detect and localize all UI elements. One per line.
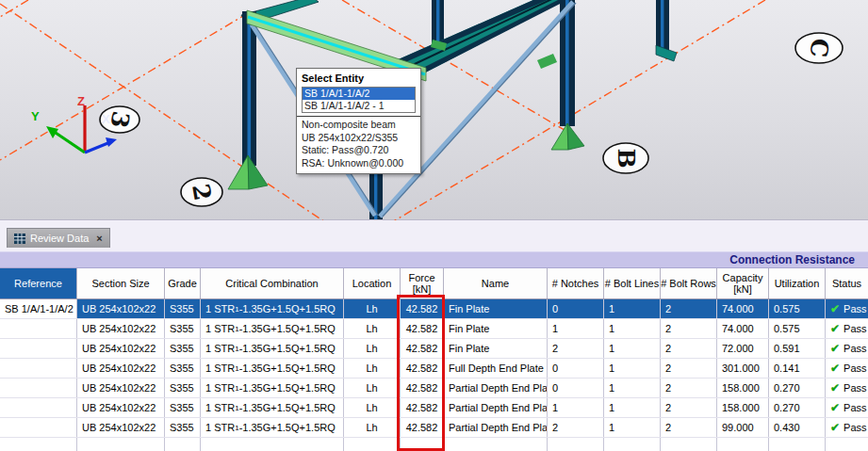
cell-status[interactable]	[826, 438, 868, 451]
cell-grade[interactable]: S355	[165, 319, 201, 338]
cell-capacity[interactable]: 158.000	[717, 398, 769, 417]
cell-capacity[interactable]: 72.000	[717, 339, 769, 358]
cell-section-size[interactable]	[77, 438, 165, 451]
cell-section-size[interactable]: UB 254x102x22	[77, 418, 165, 437]
cell-location[interactable]	[344, 438, 401, 451]
cell-section-size[interactable]: UB 254x102x22	[77, 379, 165, 397]
cell-capacity[interactable]: 74.000	[717, 319, 769, 338]
cell-bolt-lines[interactable]: 1	[604, 299, 661, 318]
table-row[interactable]	[0, 438, 868, 451]
cell-name[interactable]: Fin Plate	[444, 299, 548, 318]
cell-critical-combination[interactable]: 1 STR1-1.35G+1.5Q+1.5RQ	[201, 379, 344, 397]
cell-section-size[interactable]: UB 254x102x22	[77, 319, 165, 338]
cell-section-size[interactable]: UB 254x102x22	[77, 359, 165, 378]
table-row[interactable]: UB 254x102x22 S355 1 STR1-1.35G+1.5Q+1.5…	[0, 339, 868, 359]
cell-force[interactable]: 42.582	[401, 299, 444, 318]
grid-bubble-C[interactable]: C	[795, 33, 843, 63]
cell-capacity[interactable]: 301.000	[717, 359, 769, 378]
cell-reference[interactable]	[0, 379, 77, 397]
entity-list-item[interactable]: SB 1/A/1-1/A/2	[303, 88, 415, 100]
cell-capacity[interactable]: 158.000	[717, 379, 769, 397]
cell-name[interactable]: Fin Plate	[444, 319, 548, 338]
cell-location[interactable]: Lh	[344, 359, 401, 378]
cell-force[interactable]: 42.582	[401, 398, 444, 417]
cell-force[interactable]: 42.582	[401, 319, 444, 338]
cell-bolt-rows[interactable]: 2	[661, 339, 717, 358]
grid-bubble-2[interactable]: 2	[181, 178, 222, 206]
cell-grade[interactable]: S355	[165, 359, 201, 378]
col-header-bolt-rows[interactable]: # Bolt Rows	[661, 268, 717, 298]
col-header-force[interactable]: Force [kN]	[401, 268, 444, 298]
cell-grade[interactable]: S355	[165, 299, 201, 318]
cell-location[interactable]: Lh	[344, 379, 401, 397]
cell-bolt-rows[interactable]: 2	[661, 398, 717, 417]
cell-bolt-lines[interactable]: 1	[604, 319, 661, 338]
entity-list-item[interactable]: SB 1/A/1-1/A/2 - 1	[303, 100, 415, 112]
col-header-reference[interactable]: Reference	[0, 268, 77, 298]
cell-status[interactable]: ✔Pass	[826, 418, 868, 437]
col-header-capacity[interactable]: Capacity [kN]	[717, 268, 769, 298]
cell-critical-combination[interactable]: 1 STR1-1.35G+1.5Q+1.5RQ	[201, 359, 344, 378]
table-row[interactable]: UB 254x102x22 S355 1 STR1-1.35G+1.5Q+1.5…	[0, 418, 868, 438]
cell-bolt-lines[interactable]: 1	[604, 359, 661, 378]
steel-column[interactable]	[656, 0, 669, 53]
cell-notches[interactable]: 0	[548, 379, 604, 397]
cell-utilization[interactable]: 0.430	[769, 418, 826, 437]
table-row[interactable]: SB 1/A/1-1/A/2 UB 254x102x22 S355 1 STR1…	[0, 299, 868, 319]
cell-bolt-rows[interactable]	[661, 438, 717, 451]
col-header-name[interactable]: Name	[444, 268, 548, 298]
cell-section-size[interactable]: UB 254x102x22	[77, 299, 165, 318]
cell-name[interactable]	[444, 438, 548, 451]
cell-status[interactable]: ✔Pass	[826, 379, 868, 397]
model-3d-viewport[interactable]: Z Y X	[0, 0, 868, 220]
cell-section-size[interactable]: UB 254x102x22	[77, 339, 165, 358]
tab-review-data[interactable]: Review Data ×	[7, 228, 110, 248]
cell-reference[interactable]: SB 1/A/1-1/A/2	[0, 299, 77, 318]
cell-notches[interactable]: 2	[548, 339, 604, 358]
cell-bolt-rows[interactable]: 2	[661, 299, 717, 318]
cell-reference[interactable]	[0, 398, 77, 417]
cell-bolt-rows[interactable]: 2	[661, 418, 717, 437]
cell-notches[interactable]: 0	[548, 299, 604, 318]
cell-bolt-lines[interactable]: 1	[604, 418, 661, 437]
steel-column[interactable]	[242, 11, 256, 166]
cell-grade[interactable]: S355	[165, 418, 201, 437]
table-row[interactable]: UB 254x102x22 S355 1 STR1-1.35G+1.5Q+1.5…	[0, 359, 868, 379]
cell-critical-combination[interactable]: 1 STR1-1.35G+1.5Q+1.5RQ	[201, 319, 344, 338]
cell-location[interactable]: Lh	[344, 418, 401, 437]
cell-notches[interactable]: 1	[548, 398, 604, 417]
cell-grade[interactable]: S355	[165, 379, 201, 397]
cell-bolt-lines[interactable]: 1	[604, 339, 661, 358]
cell-notches[interactable]: 1	[548, 319, 604, 338]
cell-capacity[interactable]	[717, 438, 769, 451]
col-header-section-size[interactable]: Section Size	[77, 268, 165, 298]
cell-utilization[interactable]: 0.575	[769, 319, 826, 338]
cell-reference[interactable]	[0, 359, 77, 378]
cell-reference[interactable]	[0, 319, 77, 338]
cell-location[interactable]: Lh	[344, 319, 401, 338]
cell-grade[interactable]: S355	[165, 339, 201, 358]
cell-critical-combination[interactable]: 1 STR1-1.35G+1.5Q+1.5RQ	[201, 339, 344, 358]
cell-grade[interactable]: S355	[165, 398, 201, 417]
cell-name[interactable]: Partial Depth End Plate	[444, 398, 548, 417]
cell-bolt-rows[interactable]: 2	[661, 359, 717, 378]
cell-reference[interactable]	[0, 418, 77, 437]
table-row[interactable]: UB 254x102x22 S355 1 STR1-1.35G+1.5Q+1.5…	[0, 379, 868, 398]
cell-force[interactable]	[401, 438, 444, 451]
cell-reference[interactable]	[0, 438, 77, 451]
col-header-critical-combination[interactable]: Critical Combination	[201, 268, 344, 298]
cell-name[interactable]: Partial Depth End Plate	[444, 418, 548, 437]
col-header-location[interactable]: Location	[344, 268, 401, 298]
cell-name[interactable]: Fin Plate	[444, 339, 548, 358]
col-header-status[interactable]: Status	[826, 268, 868, 298]
cell-status[interactable]: ✔Pass	[826, 299, 868, 318]
cell-status[interactable]: ✔Pass	[826, 359, 868, 378]
cell-force[interactable]: 42.582	[401, 339, 444, 358]
cell-name[interactable]: Partial Depth End Plate	[444, 379, 548, 397]
support-pyramid[interactable]	[551, 123, 584, 150]
grid-bubble-B[interactable]: B	[603, 143, 648, 173]
cell-status[interactable]: ✔Pass	[826, 398, 868, 417]
cell-bolt-lines[interactable]	[604, 438, 661, 451]
cell-bolt-lines[interactable]: 1	[604, 379, 661, 397]
tab-close-icon[interactable]: ×	[96, 233, 102, 244]
